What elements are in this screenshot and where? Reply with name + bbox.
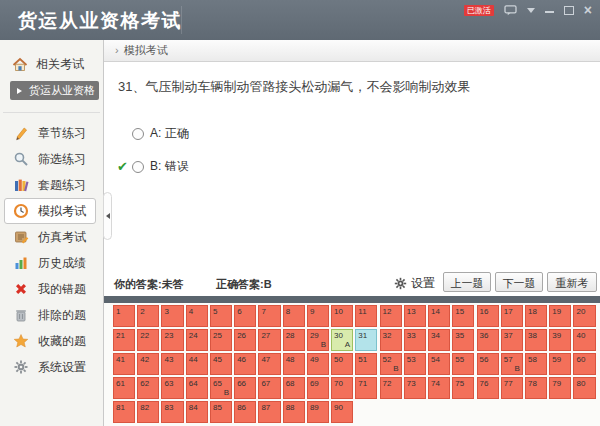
- question-cell-44[interactable]: 44: [186, 353, 208, 375]
- option-a-label[interactable]: A: 正确: [150, 125, 189, 142]
- option-a[interactable]: A: 正确: [117, 125, 189, 142]
- question-cell-58[interactable]: 58: [525, 353, 547, 375]
- question-cell-10[interactable]: 10: [331, 305, 353, 327]
- question-cell-87[interactable]: 87: [258, 401, 280, 423]
- sidebar-item-chapter-practice[interactable]: 章节练习: [0, 120, 103, 146]
- question-cell-46[interactable]: 46: [234, 353, 256, 375]
- question-cell-19[interactable]: 19: [549, 305, 571, 327]
- question-cell-42[interactable]: 42: [137, 353, 159, 375]
- question-cell-60[interactable]: 60: [573, 353, 595, 375]
- question-cell-80[interactable]: 80: [573, 377, 595, 399]
- question-cell-36[interactable]: 36: [477, 329, 499, 351]
- question-cell-64[interactable]: 64: [186, 377, 208, 399]
- question-cell-81[interactable]: 81: [113, 401, 135, 423]
- option-a-radio[interactable]: [132, 128, 144, 140]
- sidebar-subject-freight-qualification[interactable]: 货运从业资格: [10, 81, 99, 100]
- question-cell-78[interactable]: 78: [525, 377, 547, 399]
- sidebar-item-set-practice[interactable]: 套题练习: [0, 172, 103, 198]
- question-cell-7[interactable]: 7: [258, 305, 280, 327]
- sidebar-item-simulation-exam[interactable]: 仿真考试: [0, 224, 103, 250]
- question-cell-66[interactable]: 66: [234, 377, 256, 399]
- question-cell-45[interactable]: 45: [210, 353, 232, 375]
- question-cell-88[interactable]: 88: [283, 401, 305, 423]
- question-cell-43[interactable]: 43: [161, 353, 183, 375]
- question-cell-54[interactable]: 54: [428, 353, 450, 375]
- question-cell-76[interactable]: 76: [477, 377, 499, 399]
- question-cell-59[interactable]: 59: [549, 353, 571, 375]
- question-cell-39[interactable]: 39: [549, 329, 571, 351]
- question-cell-75[interactable]: 75: [452, 377, 474, 399]
- settings-button[interactable]: 设置: [394, 275, 435, 292]
- question-cell-25[interactable]: 25: [210, 329, 232, 351]
- question-cell-34[interactable]: 34: [428, 329, 450, 351]
- question-cell-84[interactable]: 84: [186, 401, 208, 423]
- question-cell-14[interactable]: 14: [428, 305, 450, 327]
- question-cell-62[interactable]: 62: [137, 377, 159, 399]
- sidebar-item-history-scores[interactable]: 历史成绩: [0, 250, 103, 276]
- question-cell-86[interactable]: 86: [234, 401, 256, 423]
- question-cell-15[interactable]: 15: [452, 305, 474, 327]
- question-cell-38[interactable]: 38: [525, 329, 547, 351]
- question-cell-61[interactable]: 61: [113, 377, 135, 399]
- question-cell-26[interactable]: 26: [234, 329, 256, 351]
- question-cell-48[interactable]: 48: [283, 353, 305, 375]
- question-cell-67[interactable]: 67: [258, 377, 280, 399]
- question-cell-49[interactable]: 49: [307, 353, 329, 375]
- question-cell-72[interactable]: 72: [380, 377, 402, 399]
- question-cell-85[interactable]: 85: [210, 401, 232, 423]
- question-cell-24[interactable]: 24: [186, 329, 208, 351]
- next-question-button[interactable]: 下一题: [495, 272, 543, 292]
- question-cell-2[interactable]: 2: [137, 305, 159, 327]
- menu-dropdown-icon[interactable]: [527, 8, 535, 13]
- question-cell-77[interactable]: 77: [501, 377, 523, 399]
- question-cell-71[interactable]: 71: [355, 377, 377, 399]
- question-cell-6[interactable]: 6: [234, 305, 256, 327]
- question-cell-22[interactable]: 22: [137, 329, 159, 351]
- question-cell-23[interactable]: 23: [161, 329, 183, 351]
- question-cell-79[interactable]: 79: [549, 377, 571, 399]
- question-cell-13[interactable]: 13: [404, 305, 426, 327]
- sidebar-item-favorite-questions[interactable]: 收藏的题: [0, 328, 103, 354]
- question-cell-9[interactable]: 9: [307, 305, 329, 327]
- question-cell-11[interactable]: 11: [355, 305, 377, 327]
- sidebar-item-excluded-questions[interactable]: 排除的题: [0, 302, 103, 328]
- option-b-label[interactable]: B: 错误: [150, 158, 189, 175]
- question-cell-83[interactable]: 83: [161, 401, 183, 423]
- minimize-button[interactable]: [545, 7, 554, 13]
- restart-exam-button[interactable]: 重新考试: [547, 272, 597, 292]
- question-cell-16[interactable]: 16: [477, 305, 499, 327]
- question-cell-32[interactable]: 32: [380, 329, 402, 351]
- question-cell-1[interactable]: 1: [113, 305, 135, 327]
- sidebar-item-system-settings[interactable]: 系统设置: [0, 354, 103, 380]
- question-cell-69[interactable]: 69: [307, 377, 329, 399]
- close-button[interactable]: ×: [584, 4, 592, 16]
- question-cell-4[interactable]: 4: [186, 305, 208, 327]
- question-cell-40[interactable]: 40: [573, 329, 595, 351]
- question-cell-17[interactable]: 17: [501, 305, 523, 327]
- question-cell-68[interactable]: 68: [283, 377, 305, 399]
- question-cell-37[interactable]: 37: [501, 329, 523, 351]
- question-cell-82[interactable]: 82: [137, 401, 159, 423]
- question-cell-65[interactable]: 65B: [210, 377, 232, 399]
- question-cell-33[interactable]: 33: [404, 329, 426, 351]
- question-cell-55[interactable]: 55: [452, 353, 474, 375]
- sidebar-item-my-mistakes[interactable]: 我的错题: [0, 276, 103, 302]
- question-cell-5[interactable]: 5: [210, 305, 232, 327]
- question-cell-8[interactable]: 8: [283, 305, 305, 327]
- question-cell-41[interactable]: 41: [113, 353, 135, 375]
- question-cell-30[interactable]: 30A: [331, 329, 353, 351]
- sidebar-collapse-handle[interactable]: [103, 192, 112, 240]
- option-b-radio[interactable]: [132, 161, 144, 173]
- question-cell-47[interactable]: 47: [258, 353, 280, 375]
- question-cell-70[interactable]: 70: [331, 377, 353, 399]
- sidebar-item-filter-practice[interactable]: 筛选练习: [0, 146, 103, 172]
- question-cell-27[interactable]: 27: [258, 329, 280, 351]
- question-cell-35[interactable]: 35: [452, 329, 474, 351]
- question-cell-18[interactable]: 18: [525, 305, 547, 327]
- question-cell-73[interactable]: 73: [404, 377, 426, 399]
- question-cell-90[interactable]: 90: [331, 401, 353, 423]
- question-cell-51[interactable]: 51: [355, 353, 377, 375]
- question-cell-12[interactable]: 12: [380, 305, 402, 327]
- option-b[interactable]: ✔ B: 错误: [117, 158, 189, 175]
- question-cell-63[interactable]: 63: [161, 377, 183, 399]
